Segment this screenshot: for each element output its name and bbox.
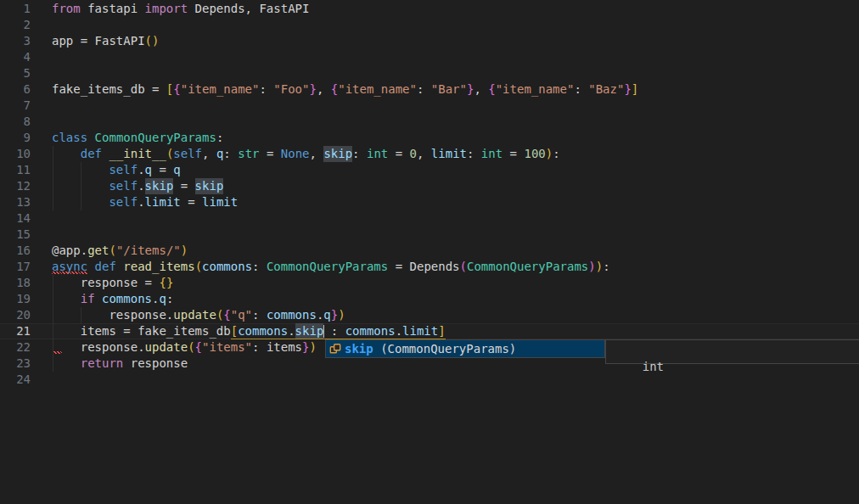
code-token: :	[216, 130, 223, 146]
line-number[interactable]: 9	[0, 130, 31, 146]
code-line[interactable]: 14	[0, 210, 859, 227]
code-token: self	[109, 178, 138, 194]
code-text: response.update({"q": commons.q})	[52, 307, 345, 323]
code-line[interactable]: 13 self.limit = limit	[0, 194, 859, 210]
line-number[interactable]: 12	[0, 178, 31, 194]
line-number[interactable]: 14	[0, 210, 31, 227]
code-token: from	[52, 1, 81, 17]
code-token: :	[352, 146, 367, 162]
code-text: response.update({"items": items})	[52, 339, 317, 356]
line-number[interactable]: 22	[0, 339, 31, 356]
code-line[interactable]: 6fake_items_db = [{"item_name": "Foo"}, …	[0, 81, 859, 98]
code-token: )	[338, 307, 345, 323]
code-token: ,	[202, 146, 216, 162]
code-token: CommonQueryParams	[267, 259, 388, 275]
code-line[interactable]: 4	[0, 49, 859, 65]
code-token: CommonQueryParams	[95, 130, 216, 146]
code-line[interactable]: 17async def read_items(commons: CommonQu…	[0, 259, 859, 275]
text-cursor	[323, 325, 324, 338]
code-token: .	[152, 291, 159, 307]
code-line[interactable]: 11 self.q = q	[0, 162, 859, 178]
line-number[interactable]: 16	[0, 243, 31, 259]
line-number[interactable]: 2	[0, 17, 31, 33]
code-token: =	[260, 146, 281, 162]
code-token: (	[188, 339, 194, 356]
code-line[interactable]: 8	[0, 114, 859, 130]
code-line[interactable]: 20 response.update({"q": commons.q})	[0, 307, 859, 323]
line-number[interactable]: 8	[0, 114, 31, 130]
code-token: self	[109, 162, 138, 178]
line-number[interactable]: 24	[0, 372, 31, 388]
code-text: items = fake_items_db[commons.skip : com…	[52, 323, 446, 339]
code-text: @app.get("/items/")	[52, 243, 188, 259]
code-token	[102, 146, 109, 162]
line-number[interactable]: 7	[0, 98, 31, 114]
line-number[interactable]: 19	[0, 291, 31, 307]
line-number[interactable]: 10	[0, 146, 31, 162]
line-number[interactable]: 6	[0, 81, 31, 98]
line-number[interactable]: 1	[0, 1, 31, 17]
code-line[interactable]: 3app = FastAPI()	[0, 33, 859, 49]
code-token: limit	[145, 194, 181, 210]
code-token: items = fake_items_db	[52, 323, 231, 339]
code-token: ]	[632, 81, 638, 98]
code-token: def	[95, 259, 116, 275]
code-token: "item_name"	[338, 81, 417, 98]
code-token: update	[145, 339, 188, 356]
code-token: )	[596, 259, 603, 275]
code-token: =	[388, 146, 409, 162]
code-line[interactable]: 24	[0, 372, 859, 388]
git-blame-annotation: You, 8 days ago • Add fist Dependency In…	[488, 323, 859, 339]
indent-guide	[53, 275, 53, 372]
line-number[interactable]: 13	[0, 194, 31, 210]
code-token	[52, 356, 81, 372]
code-token: response	[123, 356, 188, 372]
code-token: commons	[202, 259, 252, 275]
code-token: :	[323, 323, 345, 339]
code-token: ,	[417, 146, 431, 162]
code-line[interactable]: 12 self.skip = skip	[0, 178, 859, 194]
code-token: @app.	[52, 243, 87, 259]
code-token: =	[181, 194, 202, 210]
code-token: response.	[81, 339, 145, 356]
code-token	[52, 146, 81, 162]
code-token: {	[159, 275, 166, 291]
line-number[interactable]: 17	[0, 259, 31, 275]
line-number[interactable]: 15	[0, 227, 31, 243]
code-line[interactable]: 9class CommonQueryParams:	[0, 130, 859, 146]
line-number[interactable]: 21	[0, 323, 31, 339]
code-token: q	[173, 162, 180, 178]
code-token	[116, 259, 123, 275]
code-token: "item_name"	[181, 81, 260, 98]
line-number[interactable]: 20	[0, 307, 31, 323]
code-token: int	[481, 146, 502, 162]
code-line[interactable]: 18 response = {}	[0, 275, 859, 291]
code-text: return response	[52, 356, 188, 372]
code-token: "Bar"	[431, 81, 467, 98]
code-line[interactable]: 10 def __init__(self, q: str = None, ski…	[0, 146, 859, 162]
code-token: limit	[402, 323, 438, 339]
suggestion-item-selected[interactable]: skip (CommonQueryParams)	[326, 340, 604, 357]
code-token: .	[138, 194, 144, 210]
line-number[interactable]: 11	[0, 162, 31, 178]
code-line[interactable]: 2	[0, 17, 859, 33]
code-text: if commons.q:	[52, 291, 173, 307]
line-number[interactable]: 5	[0, 65, 31, 81]
code-line[interactable]: 15	[0, 227, 859, 243]
code-line[interactable]: 16@app.get("/items/")	[0, 243, 859, 259]
code-token: def	[81, 146, 102, 162]
code-line[interactable]: 5	[0, 65, 859, 81]
code-line[interactable]: 19 if commons.q:	[0, 291, 859, 307]
code-token: q	[159, 291, 166, 307]
code-line[interactable]: 7	[0, 98, 859, 114]
code-token: {	[173, 81, 180, 98]
code-token: }	[309, 81, 316, 98]
code-token: fastapi	[81, 1, 145, 17]
line-number[interactable]: 23	[0, 356, 31, 372]
line-number[interactable]: 18	[0, 275, 31, 291]
code-line[interactable]: 1from fastapi import Depends, FastAPI	[0, 1, 859, 17]
line-number[interactable]: 3	[0, 33, 31, 49]
code-token: response.	[52, 307, 173, 323]
code-token: update	[173, 307, 216, 323]
line-number[interactable]: 4	[0, 49, 31, 65]
